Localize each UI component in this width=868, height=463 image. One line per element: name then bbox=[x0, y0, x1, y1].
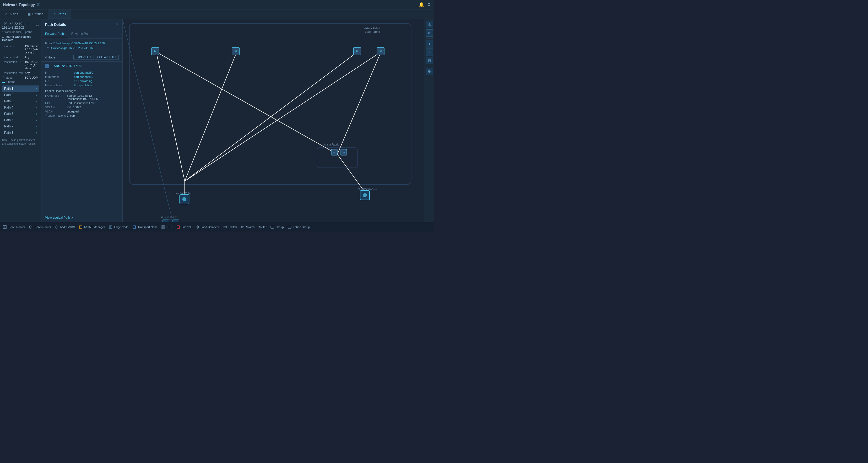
legend-tier0-router[interactable]: Tier-0 Router bbox=[29, 225, 51, 229]
path-item-2[interactable]: Path 2 › bbox=[2, 92, 39, 98]
legend-transport-node[interactable]: Transport Node bbox=[132, 225, 157, 229]
svg-point-26 bbox=[182, 197, 186, 201]
chevron-right-icon-5: › bbox=[36, 113, 37, 115]
edit-route-icon[interactable]: ✏ bbox=[36, 24, 39, 28]
forward-path-tab[interactable]: Forward Path bbox=[41, 30, 68, 38]
path-item-7[interactable]: Path 7 › bbox=[2, 123, 39, 129]
transport-node-icon bbox=[132, 225, 136, 229]
legend-group[interactable]: Group bbox=[270, 225, 284, 229]
load-balancer-label: Load Balancer bbox=[201, 225, 219, 228]
path-item-8[interactable]: Path 8 › bbox=[2, 129, 39, 136]
to-value: DSwitch-evpn-169-10.253.241.169 bbox=[50, 47, 94, 50]
svg-point-29 bbox=[363, 193, 367, 197]
view-logical-path-link[interactable]: View Logical Path ↗ bbox=[45, 216, 74, 219]
hop-header: − ARS-7280TR-77153 bbox=[45, 64, 119, 68]
pkt-ip-label: IP Address bbox=[45, 94, 67, 101]
alert-tool-button[interactable]: ⚠ bbox=[426, 21, 433, 28]
svg-line-11 bbox=[337, 52, 381, 154]
tier1-router-label: Tier-1 Router bbox=[8, 225, 25, 228]
legend-load-balancer[interactable]: Load Balancer bbox=[195, 225, 219, 229]
svg-line-6 bbox=[156, 52, 185, 181]
pkt-udp-row: UDP Port Destination: 4789 bbox=[45, 101, 119, 105]
path-item-1[interactable]: Path 1 › bbox=[2, 86, 39, 92]
hop-in-label: In: bbox=[45, 70, 74, 75]
legend-nvds-vds[interactable]: NVDS/VDS bbox=[55, 225, 75, 229]
path-item-6[interactable]: Path 6 › bbox=[2, 117, 39, 123]
zoom-out-button[interactable]: − bbox=[426, 49, 433, 56]
paths-count[interactable]: ▬ 8 paths bbox=[2, 80, 39, 83]
svg-rect-47 bbox=[110, 226, 112, 228]
tab-paths[interactable]: ↗ Paths bbox=[48, 9, 71, 19]
panel-header: Path Details ✕ bbox=[41, 20, 122, 30]
hop-in-value[interactable]: port-channel50 bbox=[74, 70, 119, 75]
dest-port-value: Any bbox=[25, 71, 38, 75]
tier0-router-label: Tier-0 Router bbox=[34, 225, 51, 228]
legend-switch[interactable]: Switch bbox=[223, 225, 237, 229]
hop-collapse-icon[interactable]: − bbox=[50, 64, 52, 68]
switch-router-label: Switch + Router bbox=[246, 225, 267, 228]
edit-tool-button[interactable]: ✏ bbox=[426, 29, 433, 37]
hop-l2-label: L2: bbox=[45, 79, 74, 83]
svg-text:⊞: ⊞ bbox=[235, 49, 237, 52]
zoom-in-button[interactable]: + bbox=[426, 40, 433, 48]
svg-text:⊞: ⊞ bbox=[154, 49, 156, 52]
hops-bar: 4 Hops EXPAND ALL COLLAPSE ALL bbox=[41, 53, 122, 62]
legend-firewall[interactable]: Firewall bbox=[176, 225, 192, 229]
legend-fabric-group[interactable]: Fabric Group bbox=[287, 225, 310, 229]
pkt-vlan-label: VLAN bbox=[45, 109, 67, 114]
collapse-paths-icon: ▬ bbox=[2, 81, 5, 83]
protocol-value: TCP, UDP bbox=[25, 75, 38, 80]
collapse-all-button[interactable]: COLLAPSE ALL bbox=[95, 55, 119, 60]
svg-line-9 bbox=[185, 52, 381, 181]
svg-marker-44 bbox=[55, 225, 58, 228]
route-header: 192.148.22.101 to 192.148.22.102 ✏ bbox=[2, 22, 39, 29]
svg-rect-61 bbox=[271, 226, 274, 228]
chevron-right-icon-7: › bbox=[36, 125, 37, 128]
hop-l2-value[interactable]: L2 Forwarding bbox=[74, 79, 119, 83]
pkt-udp-label: UDP bbox=[45, 101, 67, 105]
pkt-vlan-value: untagged bbox=[67, 109, 119, 114]
expand-all-button[interactable]: EXPAND ALL bbox=[73, 55, 94, 60]
tab-alerts[interactable]: ⚠ Alerts bbox=[0, 9, 23, 19]
firewall-label: Firewall bbox=[182, 225, 192, 228]
nvds-vds-label: NVDS/VDS bbox=[60, 225, 75, 228]
pkt-udp-value: Port Destination: 4789 bbox=[67, 101, 119, 105]
settings-icon[interactable]: ⚙ bbox=[427, 2, 431, 7]
top-bar: Network Topology ⓘ 🔔 ⚙ bbox=[0, 0, 434, 9]
svg-rect-48 bbox=[133, 226, 135, 228]
legend-fex[interactable]: FEX bbox=[161, 225, 172, 229]
hop-encap-row: Encapsulation: Encapsulation bbox=[45, 83, 119, 87]
tab-entities[interactable]: ▦ Entities bbox=[23, 9, 48, 19]
legend-nsx-manager[interactable]: NSX-T Manager bbox=[79, 225, 105, 229]
entities-tab-icon: ▦ bbox=[28, 12, 31, 16]
info-icon[interactable]: ⓘ bbox=[37, 2, 40, 7]
pkt-ip-source: Source: 192.148.1.5 bbox=[67, 94, 119, 97]
svg-line-10 bbox=[156, 52, 337, 154]
traffic-count: 1 traffic header, 8 paths bbox=[2, 30, 39, 34]
svg-text:Arista Fabric: Arista Fabric bbox=[324, 143, 339, 146]
bell-icon[interactable]: 🔔 bbox=[419, 2, 424, 7]
traffic-header: 1. Traffic with Packet Headers: bbox=[2, 35, 39, 41]
topology-canvas[interactable]: Arista Fabric Leaf Fabric Arista Fabric … bbox=[123, 20, 425, 222]
dest-port-row: Destination Port Any bbox=[3, 71, 38, 75]
legend-edge-node[interactable]: Edge Node bbox=[108, 225, 128, 229]
protocol-row: Protocol TCP, UDP bbox=[3, 75, 38, 80]
fit-button[interactable]: ⊡ bbox=[426, 57, 433, 64]
svg-text:Host 10.253.241...: Host 10.253.241... bbox=[161, 216, 180, 219]
svg-rect-62 bbox=[288, 226, 291, 228]
path-details-panel: Path Details ✕ Forward Path Reverse Path… bbox=[41, 20, 123, 222]
path-item-4[interactable]: Path 4 › bbox=[2, 104, 39, 111]
hop-in-interface-value[interactable]: port-channel50 bbox=[74, 75, 119, 79]
path-item-5[interactable]: Path 5 › bbox=[2, 111, 39, 117]
from-to-section: From: DSwitch-evpn-168-New-10.253.241.16… bbox=[41, 38, 122, 53]
from-label: From: bbox=[45, 42, 53, 45]
reverse-path-tab[interactable]: Reverse Path bbox=[68, 30, 94, 38]
settings-tool-button[interactable]: ⚙ bbox=[426, 68, 433, 75]
legend-tier1-router[interactable]: Tier-1 Router bbox=[3, 225, 25, 229]
legend-switch-router[interactable]: Switch + Router bbox=[241, 225, 267, 229]
svg-rect-58 bbox=[224, 226, 226, 228]
hop-encap-value[interactable]: Encapsulation bbox=[74, 83, 119, 87]
to-label: To: bbox=[45, 47, 49, 50]
path-item-3[interactable]: Path 3 › bbox=[2, 98, 39, 104]
close-panel-button[interactable]: ✕ bbox=[115, 22, 119, 27]
